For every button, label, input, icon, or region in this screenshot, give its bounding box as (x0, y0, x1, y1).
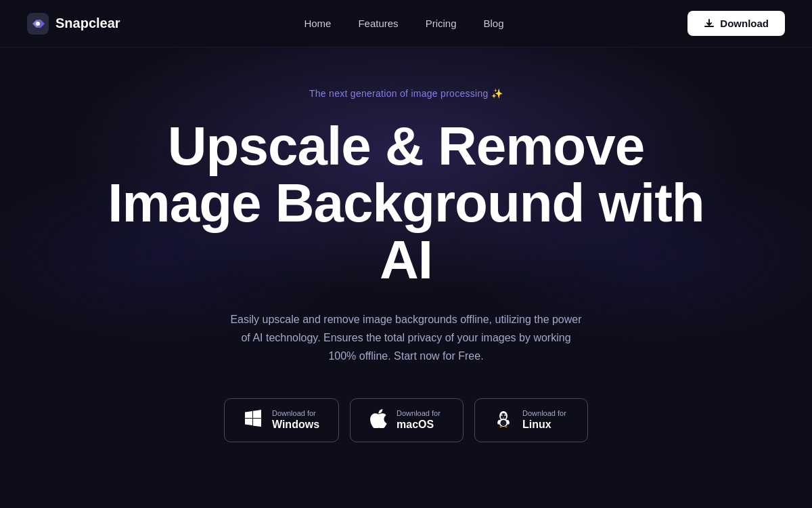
svg-point-6 (501, 415, 502, 416)
svg-point-1 (36, 22, 40, 26)
windows-platform-name: Windows (272, 418, 319, 432)
hero-title-line3: AI (380, 230, 432, 290)
navbar: Snapclear Home Features Pricing Blog Dow… (0, 0, 812, 47)
download-linux-button[interactable]: Download for Linux (474, 398, 588, 442)
brand-name: Snapclear (55, 16, 120, 31)
download-windows-button[interactable]: Download for Windows (224, 398, 339, 442)
apple-icon (369, 409, 387, 431)
windows-icon (244, 409, 263, 431)
nav-download-label: Download (720, 18, 769, 29)
logo[interactable]: Snapclear (27, 13, 120, 35)
download-macos-button[interactable]: Download for macOS (350, 398, 464, 442)
nav-item-home[interactable]: Home (304, 18, 331, 30)
nav-link-features[interactable]: Features (358, 18, 398, 29)
linux-for-label: Download for (522, 408, 566, 418)
nav-link-pricing[interactable]: Pricing (426, 18, 457, 29)
hero-description: Easily upscale and remove image backgrou… (230, 310, 582, 366)
nav-link-home[interactable]: Home (304, 18, 331, 29)
hero-section: The next generation of image processing … (0, 47, 812, 469)
macos-for-label: Download for (397, 408, 441, 418)
download-buttons-group: Download for Windows Download for macOS (224, 398, 588, 442)
linux-button-text: Download for Linux (522, 408, 566, 432)
nav-item-features[interactable]: Features (358, 18, 398, 30)
linux-platform-name: Linux (522, 418, 566, 432)
svg-point-7 (505, 415, 505, 416)
hero-title: Upscale & Remove Image Background with A… (108, 118, 704, 289)
windows-for-label: Download for (272, 408, 319, 418)
logo-icon (27, 13, 49, 35)
hero-title-line1: Upscale & Remove (168, 116, 644, 176)
hero-title-line2: Image Background with (108, 173, 704, 233)
nav-item-blog[interactable]: Blog (483, 18, 503, 30)
svg-point-9 (501, 420, 507, 426)
hero-tagline: The next generation of image processing … (309, 88, 503, 99)
linux-icon (494, 409, 513, 431)
windows-button-text: Download for Windows (272, 408, 319, 432)
nav-links: Home Features Pricing Blog (304, 18, 503, 30)
nav-item-pricing[interactable]: Pricing (426, 18, 457, 30)
macos-platform-name: macOS (397, 418, 441, 432)
download-icon (704, 18, 715, 29)
nav-link-blog[interactable]: Blog (483, 18, 503, 29)
nav-download-button[interactable]: Download (687, 11, 785, 36)
macos-button-text: Download for macOS (397, 408, 441, 432)
